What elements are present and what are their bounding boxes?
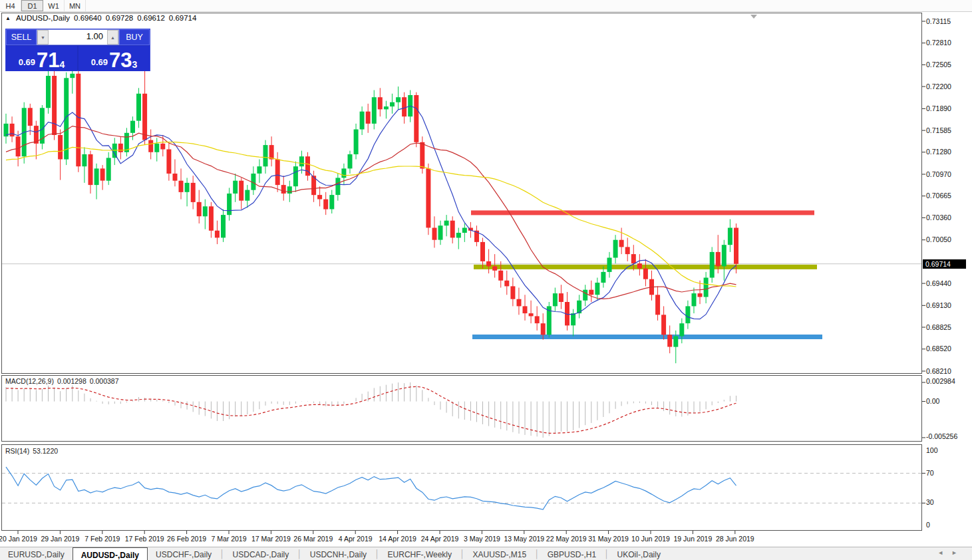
timeframe-button-h4[interactable]: H4	[0, 0, 21, 11]
price-axis-tick: 0.69440	[926, 279, 951, 287]
current-price-tag: 0.69714	[923, 259, 966, 269]
date-axis-label: 28 Jun 2019	[705, 535, 765, 543]
chart-tab-xauusd[interactable]: XAUUSD-,M15	[465, 547, 535, 560]
ohlc-high: 0.69728	[106, 14, 134, 22]
tab-separator: │	[375, 547, 380, 560]
toolbar-spacer	[86, 0, 972, 11]
price-axis-tick: 0.72200	[926, 82, 951, 90]
price-axis-tick: 0.70050	[926, 235, 951, 243]
rsi-axis-tick: 0	[926, 521, 930, 529]
rsi-axis-tick: 30	[926, 498, 934, 506]
macd-axis-zero: 0.00	[926, 397, 939, 405]
mt4-application-window: H4D1W1MN ▲ AUDUSD-,Daily 0.69640 0.69728…	[0, 0, 972, 560]
chart-tab-eurchf[interactable]: EURCHF-,Weekly	[380, 547, 460, 560]
price-axis-tick: 0.71890	[926, 104, 951, 112]
volume-decrease-icon[interactable]: ▼	[37, 30, 49, 45]
tab-separator: │	[534, 547, 540, 560]
price-axis-tick: 0.70665	[926, 192, 951, 200]
price-axis-tick: 0.68520	[926, 345, 951, 352]
one-click-trading-panel: SELL ▼ 1.00 ▲ BUY 0.69714 0.69733	[5, 29, 150, 71]
tab-separator: │	[297, 547, 302, 560]
one-click-collapse-icon[interactable]: ▲	[5, 15, 11, 21]
price-axis-tick: 0.71280	[926, 148, 951, 156]
chart-tab-bar: EURUSD-,DailyAUDUSD-,DailyUSDCHF-,Daily│…	[0, 547, 972, 560]
volume-input[interactable]: 1.00	[49, 30, 107, 45]
sell-price-display[interactable]: 0.69714	[6, 46, 77, 71]
tab-prev-icon[interactable]: ◄	[937, 549, 951, 556]
chart-tab-ukoil[interactable]: UKOil-,Daily	[609, 547, 669, 560]
volume-stepper: ▼ 1.00 ▲	[37, 29, 119, 45]
timeframe-button-mn[interactable]: MN	[65, 0, 86, 11]
price-axis-tick: 0.71585	[926, 126, 951, 134]
price-axis-tick: 0.72505	[926, 61, 951, 69]
price-axis-tick: 0.70360	[926, 213, 951, 221]
chart-tab-eurusd[interactable]: EURUSD-,Daily	[0, 547, 73, 560]
buy-price-display[interactable]: 0.69733	[79, 46, 150, 71]
chart-title-row: ▲ AUDUSD-,Daily 0.69640 0.69728 0.69612 …	[5, 14, 196, 22]
tab-separator: │	[220, 547, 225, 560]
tab-scroll-arrows[interactable]: ◄►	[937, 549, 965, 556]
tab-separator: │	[460, 547, 465, 560]
rsi-axis-tick: 100	[926, 446, 938, 454]
timeframe-toolbar: H4D1W1MN	[0, 0, 972, 12]
macd-indicator-label: MACD(12,26,9) 0.001298 0.000387	[5, 377, 119, 385]
chart-tab-usdcad[interactable]: USDCAD-,Daily	[225, 547, 297, 560]
volume-increase-icon[interactable]: ▲	[107, 30, 118, 45]
price-axis-tick: 0.72810	[926, 39, 951, 47]
ohlc-open: 0.69640	[74, 14, 102, 22]
tab-separator: │	[604, 547, 609, 560]
price-axis-tick: 0.73115	[926, 17, 951, 25]
chart-tab-gbpusd[interactable]: GBPUSD-,H1	[540, 547, 604, 560]
chart-tab-usdcnh[interactable]: USDCNH-,Daily	[302, 547, 375, 560]
ohlc-close: 0.69714	[169, 14, 197, 22]
macd-axis-max: 0.002984	[926, 377, 955, 385]
chart-symbol-title: AUDUSD-,Daily	[16, 14, 70, 22]
chart-tab-usdchf[interactable]: USDCHF-,Daily	[148, 547, 220, 560]
chart-canvas[interactable]	[0, 0, 972, 560]
price-axis-tick: 0.70970	[926, 170, 951, 178]
sell-button[interactable]: SELL	[6, 29, 37, 45]
buy-button[interactable]: BUY	[119, 29, 150, 45]
price-axis-tick: 0.68210	[926, 367, 951, 375]
tab-next-icon[interactable]: ►	[951, 549, 965, 556]
rsi-indicator-label: RSI(14) 53.1220	[5, 447, 58, 455]
price-axis-tick: 0.68825	[926, 323, 951, 331]
price-axis-tick: 0.69130	[926, 301, 951, 309]
timeframe-button-d1[interactable]: D1	[21, 0, 43, 11]
rsi-axis-tick: 70	[926, 469, 934, 477]
macd-axis-min: -0.005256	[926, 432, 957, 440]
ohlc-low: 0.69612	[137, 14, 165, 22]
chart-tab-audusd[interactable]: AUDUSD-,Daily	[73, 547, 148, 560]
timeframe-button-w1[interactable]: W1	[43, 0, 65, 11]
